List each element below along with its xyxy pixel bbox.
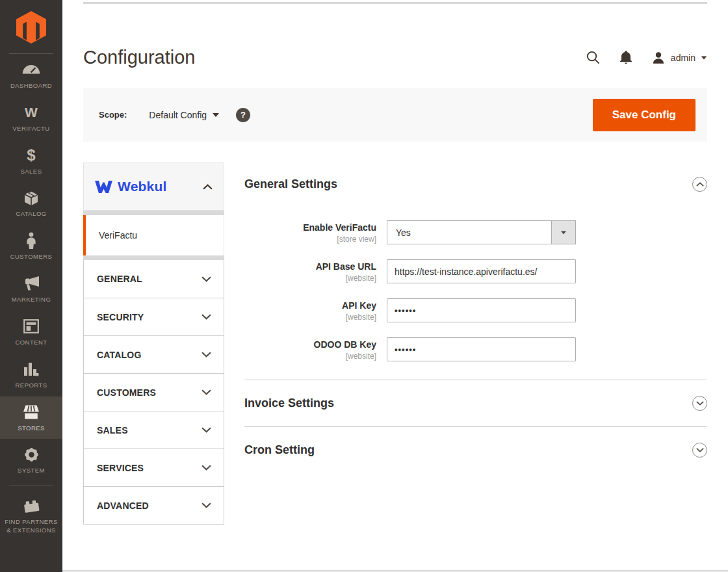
section-title: Invoice Settings (244, 396, 334, 410)
field-label: API Base URL [website] (244, 259, 387, 283)
verifactu-icon: W (25, 104, 38, 121)
sidebar-item-marketing[interactable]: MARKETING (0, 268, 62, 311)
api-base-url-input[interactable] (387, 259, 576, 283)
field-enable-verifactu: Enable VeriFactu [store view] Yes (244, 220, 707, 244)
marketing-icon (23, 275, 40, 292)
admin-username: admin (671, 53, 696, 63)
section-invoice-settings[interactable]: Invoice Settings (244, 380, 707, 426)
config-body: Webkul VeriFactu GENERAL SECURITY (62, 142, 728, 525)
scope-controls: Scope: Default Config ? (99, 108, 250, 122)
user-avatar-icon (651, 51, 666, 65)
config-nav-item-verifactu[interactable]: VeriFactu (83, 215, 224, 255)
field-scope-note: [website] (244, 352, 376, 361)
sidebar-item-sales[interactable]: $ SALES (0, 140, 62, 183)
field-label: Enable VeriFactu [store view] (244, 220, 387, 244)
webkul-logo: Webkul (95, 179, 167, 194)
magento-logo-icon (16, 11, 46, 44)
chevron-down-icon (202, 502, 211, 508)
sidebar-item-label: DASHBOARD (10, 82, 52, 90)
section-cron-setting[interactable]: Cron Setting (244, 427, 707, 473)
scope-value: Default Config (149, 110, 207, 120)
config-nav-section-security[interactable]: SECURITY (84, 298, 224, 335)
api-key-input[interactable] (387, 298, 576, 322)
chevron-down-icon (202, 465, 211, 471)
sidebar-item-system[interactable]: SYSTEM (0, 439, 62, 482)
magento-logo[interactable] (0, 0, 62, 53)
dashboard-icon (22, 61, 40, 78)
sidebar-item-label: CUSTOMERS (10, 253, 53, 261)
scope-bar: Scope: Default Config ? Save Config (83, 88, 707, 142)
chevron-down-icon (202, 276, 211, 282)
chevron-down-icon (696, 448, 704, 452)
sidebar-item-content[interactable]: CONTENT (0, 311, 62, 354)
select-arrow-button[interactable] (551, 221, 575, 244)
field-scope-note: [store view] (244, 235, 376, 244)
search-button[interactable] (586, 50, 601, 65)
config-nav-section-sales[interactable]: SALES (84, 411, 224, 448)
admin-menu[interactable]: admin (651, 51, 707, 65)
notifications-button[interactable] (620, 51, 632, 64)
config-nav-section-customers[interactable]: CUSTOMERS (84, 373, 224, 411)
save-config-button[interactable]: Save Config (593, 99, 696, 131)
bell-icon (620, 51, 632, 64)
collapse-button[interactable] (692, 177, 707, 192)
field-label: API Key [website] (244, 298, 387, 322)
sidebar-item-stores[interactable]: STORES (0, 396, 62, 439)
field-scope-note: [website] (244, 274, 376, 283)
nav-divider-band (83, 211, 224, 215)
field-label: ODOO DB Key [website] (244, 337, 387, 361)
sidebar-item-label: CATALOG (16, 210, 46, 218)
page-title: Configuration (83, 47, 196, 68)
sidebar-item-catalog[interactable]: CATALOG (0, 182, 62, 225)
section-title: General Settings (244, 177, 337, 191)
sidebar-item-reports[interactable]: REPORTS (0, 354, 62, 396)
scope-switcher[interactable]: Default Config (149, 110, 219, 120)
config-nav-section-catalog[interactable]: CATALOG (84, 335, 224, 373)
odoo-db-key-input[interactable] (387, 337, 576, 361)
expand-button[interactable] (692, 443, 707, 458)
sales-icon: $ (27, 147, 35, 164)
webkul-w-icon (95, 179, 112, 194)
scope-help-button[interactable]: ? (236, 108, 250, 122)
field-api-base-url: API Base URL [website] (244, 259, 707, 283)
system-icon (23, 446, 40, 463)
sidebar-item-label: FIND PARTNERS & EXTENSIONS (2, 518, 60, 535)
config-nav-section-advanced[interactable]: ADVANCED (84, 486, 224, 524)
sidebar-item-dashboard[interactable]: DASHBOARD (0, 54, 62, 97)
chevron-down-icon (701, 56, 707, 59)
sidebar-item-label: STORES (18, 424, 45, 433)
page-header: Configuration admin (62, 4, 728, 84)
customers-icon (25, 232, 37, 249)
chevron-down-icon (213, 113, 219, 117)
chevron-up-icon (203, 184, 213, 190)
sidebar-item-label: SYSTEM (18, 467, 45, 475)
reports-icon (24, 361, 39, 378)
vendor-name: Webkul (118, 179, 167, 194)
main-content: Configuration admin (62, 2, 728, 572)
field-scope-note: [website] (244, 313, 376, 322)
config-nav-sections: GENERAL SECURITY CATALOG CUSTOMERS SALES (83, 260, 224, 525)
sidebar-item-find-partners-extensions[interactable]: FIND PARTNERS & EXTENSIONS (0, 490, 62, 541)
chevron-down-icon (561, 231, 566, 234)
config-nav-section-general[interactable]: GENERAL (84, 260, 224, 298)
expand-button[interactable] (692, 396, 707, 411)
vendor-group-header[interactable]: Webkul (83, 162, 224, 211)
extensions-icon (23, 497, 40, 514)
catalog-icon (23, 189, 39, 206)
enable-verifactu-select[interactable]: Yes (387, 220, 576, 244)
search-icon (586, 50, 601, 65)
config-nav: Webkul VeriFactu GENERAL SECURITY (83, 162, 224, 525)
sidebar-item-verifactu[interactable]: W VERIFACTU (0, 97, 62, 140)
chevron-down-icon (202, 314, 211, 320)
sidebar-item-label: SALES (21, 168, 42, 176)
sidebar-item-customers[interactable]: CUSTOMERS (0, 225, 62, 268)
scope-label: Scope: (99, 110, 127, 120)
section-title: Cron Setting (244, 443, 315, 457)
chevron-down-icon (202, 389, 211, 395)
section-general-settings[interactable]: General Settings (244, 177, 707, 192)
chevron-down-icon (202, 352, 211, 358)
config-nav-section-services[interactable]: SERVICES (84, 448, 224, 486)
general-settings-fields: Enable VeriFactu [store view] Yes API Ba… (244, 220, 707, 361)
stores-icon (23, 404, 40, 421)
nav-divider-band (83, 255, 224, 260)
